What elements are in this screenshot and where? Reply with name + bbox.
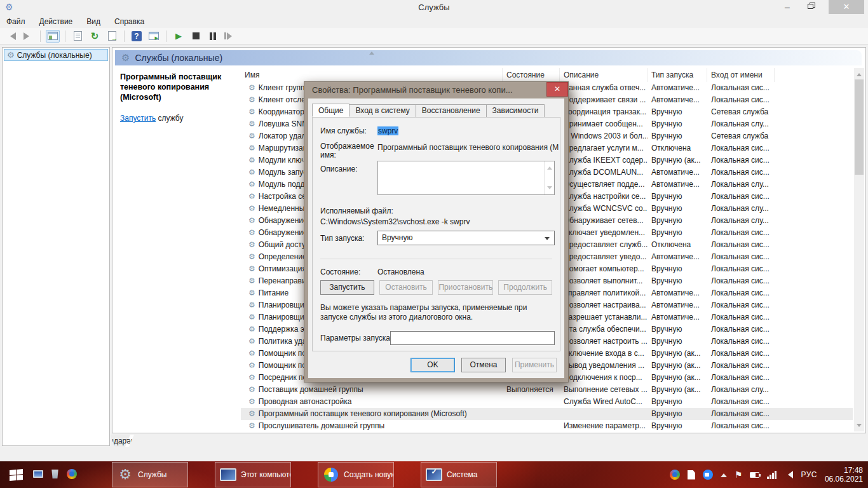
menu-item[interactable]: Вид — [86, 17, 100, 26]
tray-document-icon[interactable] — [688, 470, 695, 480]
menu-bar: ФайлДействиеВидСправка — [0, 15, 868, 28]
service-control-buttons: ЗапуститьОстановитьПриостановитьПродолжи… — [320, 280, 552, 295]
service-gear-icon — [248, 311, 255, 323]
restore-button[interactable] — [801, 0, 822, 14]
list-scrollbar[interactable] — [854, 68, 864, 431]
start-button[interactable] — [6, 466, 25, 483]
dialog-tab[interactable]: Вход в систему — [349, 104, 416, 118]
refresh-icon[interactable] — [88, 30, 102, 43]
service-control-button[interactable]: Продолжить — [498, 280, 552, 295]
startup-type-label: Тип запуска: — [320, 234, 364, 243]
exe-path-value: C:\Windows\System32\svchost.exe -k swprv — [320, 217, 470, 226]
scrollbar-thumb[interactable] — [855, 79, 864, 175]
pane-header-title: Службы (локальные) — [135, 53, 222, 63]
menu-item[interactable]: Действие — [39, 17, 73, 26]
service-gear-icon — [248, 106, 255, 118]
service-gear-icon — [248, 396, 255, 408]
browser-icon[interactable] — [67, 469, 77, 479]
clock[interactable]: 17:48 06.06.2021 — [825, 466, 863, 484]
service-properties-dialog: Свойства: Программный поставщик теневого… — [304, 81, 569, 383]
dialog-footer-button[interactable]: Отмена — [461, 358, 506, 372]
dialog-tab[interactable]: Зависимости — [486, 104, 545, 118]
menu-item[interactable]: Файл — [6, 17, 25, 26]
start-service-icon[interactable] — [172, 30, 186, 43]
extended-view-icon[interactable] — [147, 30, 161, 43]
service-name-value: swprv — [377, 126, 398, 135]
clock-date: 06.06.2021 — [825, 475, 863, 484]
taskbar-button-icon — [117, 466, 133, 483]
service-control-button[interactable]: Остановить — [379, 280, 433, 295]
battery-icon[interactable] — [750, 472, 759, 478]
title-bar: Службы – ✕ — [0, 0, 868, 15]
service-control-button[interactable]: Запустить — [320, 280, 374, 295]
dialog-footer-button[interactable]: OK — [410, 358, 455, 372]
dialog-title: Свойства: Программный поставщик теневого… — [312, 82, 513, 98]
network-signal-icon[interactable] — [767, 471, 776, 479]
dialog-footer-button[interactable]: Применить — [512, 358, 557, 372]
service-gear-icon — [248, 299, 255, 311]
tray-camera-icon[interactable] — [703, 470, 713, 480]
display-name-label: Отображаемое имя: — [320, 142, 372, 159]
minimize-button[interactable]: – — [778, 0, 797, 14]
dialog-tab[interactable]: Восстановление — [416, 104, 487, 118]
service-gear-icon — [248, 348, 255, 360]
display-name-value: Программный поставщик теневого копирован… — [377, 143, 559, 152]
service-control-button[interactable]: Приостановить — [438, 280, 493, 295]
language-indicator[interactable]: РУС — [801, 470, 817, 479]
pause-service-icon[interactable] — [206, 30, 220, 43]
service-gear-icon — [248, 251, 255, 263]
help-icon[interactable]: ? — [130, 30, 144, 43]
table-row[interactable]: Прослушиватель домашней группы Изменение… — [241, 420, 853, 432]
description-label: Описание: — [320, 165, 358, 173]
restart-service-icon[interactable] — [223, 30, 237, 43]
menu-item[interactable]: Справка — [114, 17, 144, 26]
dialog-close-icon[interactable]: ✕ — [546, 82, 568, 97]
recycle-bin-icon[interactable] — [51, 470, 59, 478]
tray-expand-icon[interactable] — [721, 470, 727, 477]
forward-icon[interactable] — [21, 30, 35, 43]
textarea-scrollbar[interactable] — [544, 161, 554, 194]
params-note: Вы можете указать параметры запуска, при… — [320, 303, 551, 322]
stop-service-icon[interactable] — [189, 30, 203, 43]
service-gear-icon — [248, 420, 255, 432]
params-input[interactable] — [390, 331, 555, 345]
table-row[interactable]: Поставщик домашней группы Выполняется Вы… — [241, 384, 853, 396]
toolbar-separator — [40, 30, 41, 42]
service-gear-icon — [248, 263, 255, 275]
service-name-label: Имя службы: — [320, 126, 367, 135]
taskbar-button[interactable]: Система — [421, 462, 497, 487]
scroll-down-icon[interactable] — [854, 421, 864, 431]
start-service-link[interactable]: Запустить — [120, 114, 156, 123]
system-tray: РУС 17:48 06.06.2021 — [670, 461, 863, 488]
tab-general-page: Имя службы: swprv Отображаемое имя: Прог… — [312, 117, 560, 351]
taskbar-button[interactable]: Службы — [112, 462, 188, 487]
desktop-icon[interactable] — [33, 470, 43, 478]
taskbar: Службы Этот компьютер Создать новую т...… — [0, 461, 868, 488]
column-header[interactable]: Тип запуска — [648, 68, 707, 82]
taskbar-button[interactable]: Создать новую т... — [318, 462, 394, 487]
column-header[interactable]: Имя — [241, 68, 503, 82]
taskbar-button-icon — [426, 466, 442, 483]
service-gear-icon — [248, 179, 255, 191]
action-center-flag-icon[interactable] — [735, 470, 743, 480]
close-button[interactable]: ✕ — [829, 0, 864, 14]
toolbar-separator — [124, 30, 125, 42]
tree-item-services-local[interactable]: Службы (локальные) — [4, 49, 108, 61]
column-header[interactable]: Состояние — [503, 68, 560, 82]
export-list-icon[interactable] — [105, 30, 119, 43]
taskbar-button[interactable]: Этот компьютер — [215, 462, 291, 487]
table-row[interactable]: Проводная автонастройка Служба Wired Aut… — [241, 396, 853, 408]
service-gear-icon — [248, 130, 255, 142]
description-textarea[interactable] — [377, 161, 555, 195]
volume-icon[interactable] — [784, 471, 793, 478]
properties-icon[interactable] — [71, 30, 85, 43]
dialog-tab[interactable]: Общие — [312, 104, 349, 117]
table-row[interactable]: Программный поставщик теневого копирован… — [241, 408, 853, 420]
console-tree-icon[interactable] — [46, 30, 60, 43]
tray-app-icon[interactable] — [670, 470, 680, 480]
back-icon[interactable] — [4, 30, 18, 43]
scroll-up-icon[interactable] — [854, 68, 864, 78]
startup-type-select[interactable]: Вручную — [377, 231, 555, 245]
column-header[interactable]: Вход от имени — [707, 68, 775, 82]
column-header[interactable]: Описание — [560, 68, 648, 82]
